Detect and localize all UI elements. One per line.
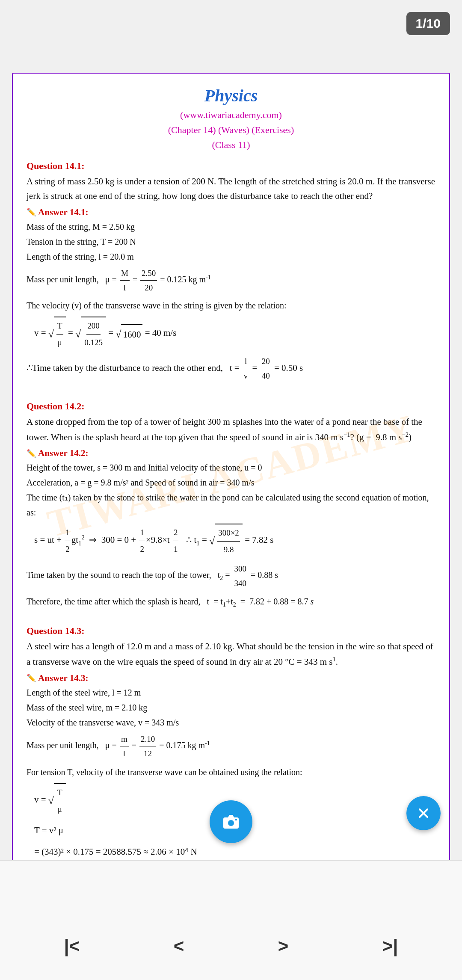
nav-first-button[interactable]: |< bbox=[64, 936, 80, 956]
answer-14-2-body: Height of the tower, s = 300 m and Initi… bbox=[27, 460, 435, 610]
nav-prev-button[interactable]: < bbox=[174, 936, 184, 956]
content-card: TIWARI ACADEMY Physics (www.tiwariacadem… bbox=[12, 73, 450, 879]
nav-last-button[interactable]: >| bbox=[382, 936, 398, 956]
svg-point-3 bbox=[228, 820, 234, 826]
nav-next-button[interactable]: > bbox=[278, 936, 289, 956]
answer-14-1-body: Mass of the string, M = 2.50 kg Tension … bbox=[27, 219, 435, 383]
fab-camera-button[interactable] bbox=[210, 800, 252, 843]
question-14-1-text: A string of mass 2.50 kg is under a tens… bbox=[27, 174, 435, 204]
bottom-nav: |< < > >| bbox=[0, 860, 462, 980]
question-14-3-label: Question 14.3: bbox=[27, 625, 435, 637]
answer-14-2-label: Answer 14.2: bbox=[27, 448, 435, 459]
answer-14-1-label: Answer 14.1: bbox=[27, 207, 435, 218]
answer-14-3-label: Answer 14.3: bbox=[27, 673, 435, 684]
fab-close-button[interactable] bbox=[406, 796, 441, 830]
question-14-1-label: Question 14.1: bbox=[27, 160, 435, 172]
page-counter: 1/10 bbox=[406, 12, 450, 35]
question-14-3-text: A steel wire has a length of 12.0 m and … bbox=[27, 639, 435, 669]
question-14-2-label: Question 14.2: bbox=[27, 401, 435, 412]
page-subtitle: (www.tiwariacademy.com) (Chapter 14) (Wa… bbox=[27, 107, 435, 153]
svg-rect-4 bbox=[235, 819, 237, 820]
question-14-2-text: A stone dropped from the top of a tower … bbox=[27, 415, 435, 444]
page-title: Physics bbox=[27, 86, 435, 106]
